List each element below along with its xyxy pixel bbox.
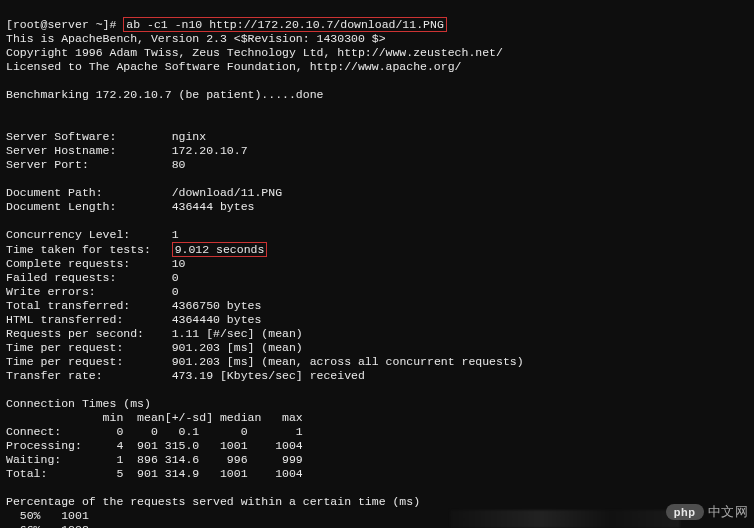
transfer-rate-label: Transfer rate: — [6, 369, 103, 382]
shell-prompt: [root@server ~]# — [6, 18, 116, 31]
server-port-value: 80 — [172, 158, 186, 171]
complete-requests-label: Complete requests: — [6, 257, 130, 270]
ab-header-line2: Copyright 1996 Adam Twiss, Zeus Technolo… — [6, 46, 503, 59]
percentile-66: 66% 1002 — [6, 523, 89, 528]
benchmark-status: Benchmarking 172.20.10.7 (be patient)...… — [6, 88, 323, 101]
html-transferred-label: HTML transferred: — [6, 313, 123, 326]
decorative-blur — [450, 510, 680, 528]
tpr1-value: 901.203 [ms] (mean) — [172, 341, 303, 354]
document-path-value: /download/11.PNG — [172, 186, 282, 199]
tpr1-label: Time per request: — [6, 341, 123, 354]
document-length-label: Document Length: — [6, 200, 116, 213]
server-port-label: Server Port: — [6, 158, 89, 171]
failed-requests-label: Failed requests: — [6, 271, 116, 284]
html-transferred-value: 4364440 bytes — [172, 313, 262, 326]
ab-header-line3: Licensed to The Apache Software Foundati… — [6, 60, 461, 73]
server-software-label: Server Software: — [6, 130, 116, 143]
ab-header-line1: This is ApacheBench, Version 2.3 <$Revis… — [6, 32, 386, 45]
total-transferred-value: 4366750 bytes — [172, 299, 262, 312]
document-path-label: Document Path: — [6, 186, 103, 199]
concurrency-value: 1 — [172, 228, 179, 241]
conn-times-total: Total: 5 901 314.9 1001 1004 — [6, 467, 303, 480]
tpr2-label: Time per request: — [6, 355, 123, 368]
conn-times-connect: Connect: 0 0 0.1 0 1 — [6, 425, 303, 438]
conn-times-processing: Processing: 4 901 315.0 1001 1004 — [6, 439, 303, 452]
server-hostname-label: Server Hostname: — [6, 144, 116, 157]
time-taken-label: Time taken for tests: — [6, 243, 151, 256]
terminal-output[interactable]: [root@server ~]# ab -c1 -n10 http://172.… — [0, 0, 754, 528]
conn-times-title: Connection Times (ms) — [6, 397, 151, 410]
document-length-value: 436444 bytes — [172, 200, 255, 213]
watermark: php中文网 — [666, 504, 748, 520]
transfer-rate-value: 473.19 [Kbytes/sec] received — [172, 369, 365, 382]
write-errors-label: Write errors: — [6, 285, 96, 298]
watermark-pill: php — [666, 504, 704, 520]
server-software-value: nginx — [172, 130, 207, 143]
write-errors-value: 0 — [172, 285, 179, 298]
time-taken-highlight: 9.012 seconds — [172, 242, 268, 257]
total-transferred-label: Total transferred: — [6, 299, 130, 312]
percentile-50: 50% 1001 — [6, 509, 89, 522]
tpr2-value: 901.203 [ms] (mean, across all concurren… — [172, 355, 524, 368]
command-highlight: ab -c1 -n10 http://172.20.10.7/download/… — [123, 17, 446, 32]
watermark-text: 中文网 — [708, 504, 749, 519]
conn-times-waiting: Waiting: 1 896 314.6 996 999 — [6, 453, 303, 466]
rps-label: Requests per second: — [6, 327, 144, 340]
conn-times-header: min mean[+/-sd] median max — [6, 411, 303, 424]
concurrency-label: Concurrency Level: — [6, 228, 130, 241]
percentiles-title: Percentage of the requests served within… — [6, 495, 420, 508]
rps-value: 1.11 [#/sec] (mean) — [172, 327, 303, 340]
server-hostname-value: 172.20.10.7 — [172, 144, 248, 157]
complete-requests-value: 10 — [172, 257, 186, 270]
failed-requests-value: 0 — [172, 271, 179, 284]
